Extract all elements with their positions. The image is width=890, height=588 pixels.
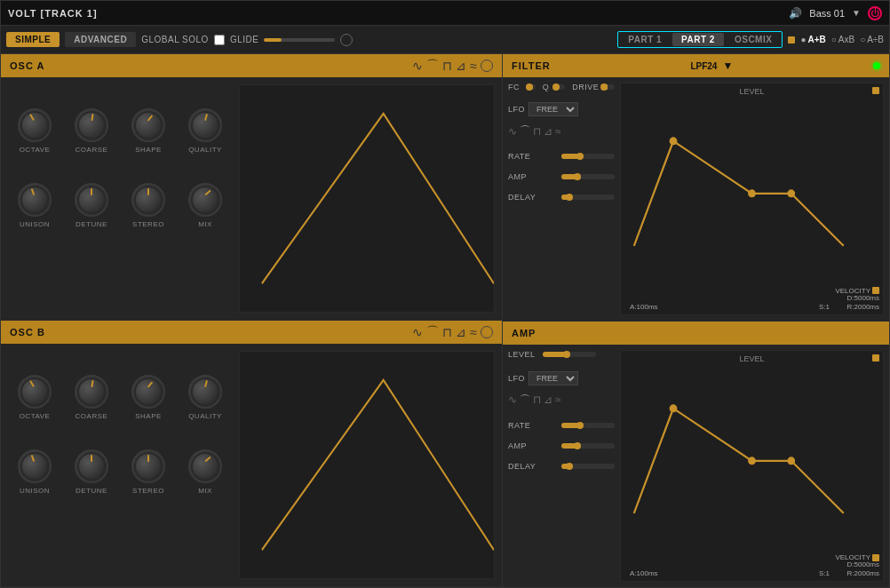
lfo-tri-shape-amp[interactable]: ⌒ — [520, 393, 530, 408]
oscmix-button[interactable]: OSCMIX — [726, 33, 781, 46]
title-bar-right: 🔊 Bass 01 ▼ — [789, 6, 882, 20]
osc-a-body: OCTAVE COARSE SHAPE — [1, 77, 502, 320]
lfo-saw-shape-filter[interactable]: ⊿ — [544, 125, 552, 138]
quality-knob-a[interactable] — [188, 108, 222, 142]
amp-env-attack: A:100ms — [630, 569, 658, 577]
filter-velocity-slider[interactable] — [872, 287, 879, 294]
dropdown-arrow-preset[interactable]: ▼ — [852, 8, 861, 18]
right-panel: FILTER LPF24 ▼ FC — [503, 54, 889, 587]
wave-sine-icon-b[interactable]: ∿ — [412, 325, 423, 339]
filter-type-selector[interactable]: LPF24 ▼ — [690, 60, 733, 72]
filter-env-release: R:2000ms — [847, 303, 879, 311]
octave-knob-b[interactable] — [18, 375, 52, 409]
filter-amp-row: AMP — [508, 168, 615, 186]
global-solo-checkbox[interactable] — [214, 35, 225, 45]
amp-title: AMP — [512, 328, 536, 338]
coarse-knob-b[interactable] — [75, 375, 108, 409]
detune-knob-b[interactable] — [75, 449, 108, 483]
filter-controls: FC Q DRIVE — [508, 83, 615, 315]
lfo-sine-shape-amp[interactable]: ∿ — [508, 393, 517, 406]
osc-b-header: OSC B ∿ ⌒ ⊓ ⊿ ≈ — [1, 321, 502, 344]
main-content: OSC A ∿ ⌒ ⊓ ⊿ ≈ — [1, 54, 889, 587]
wave-tri-icon[interactable]: ⌒ — [426, 58, 439, 74]
shape-knob-b[interactable] — [131, 375, 165, 409]
amp-amp-slider[interactable] — [561, 443, 615, 449]
stereo-knob-cell-a: STEREO — [122, 159, 175, 230]
amp-lfo-select[interactable]: FREE SYNC — [528, 371, 578, 385]
global-solo-label: GLOBAL SOLO — [141, 35, 209, 44]
drive-slider[interactable] — [606, 84, 615, 90]
lfo-tri-shape-filter[interactable]: ⌒ — [520, 123, 530, 139]
amp-velocity-slider[interactable] — [872, 554, 879, 561]
glide-slider[interactable] — [264, 38, 335, 42]
mix-aplusb[interactable]: ● A+B — [800, 35, 825, 44]
power-icon-toolbar[interactable] — [340, 34, 353, 46]
lfo-square-shape-amp[interactable]: ⊓ — [533, 393, 541, 406]
wave-saw-icon-b[interactable]: ⊿ — [456, 325, 466, 339]
wave-random-icon[interactable]: ≈ — [470, 59, 477, 73]
amp-level-slider-display[interactable] — [872, 354, 879, 362]
shape-knob-a[interactable] — [131, 108, 165, 142]
amp-rate-slider[interactable] — [561, 423, 615, 428]
filter-env-sustain: S:1 — [819, 303, 830, 311]
filter-dropdown-arrow[interactable]: ▼ — [722, 60, 733, 72]
wave-sine-icon[interactable]: ∿ — [412, 59, 423, 73]
wave-tri-icon-b[interactable]: ⌒ — [426, 324, 439, 340]
stereo-knob-a[interactable] — [131, 183, 165, 217]
filter-section: FILTER LPF24 ▼ FC — [503, 54, 889, 322]
wave-square-icon-b[interactable]: ⊓ — [442, 325, 452, 339]
q-slider[interactable] — [556, 84, 565, 90]
filter-level-slider[interactable] — [872, 87, 879, 94]
osc-b-body: OCTAVE COARSE SHAPE — [1, 344, 502, 586]
wave-saw-icon[interactable]: ⊿ — [456, 59, 466, 73]
filter-lfo-select[interactable]: FREE SYNC — [528, 102, 578, 116]
coarse-knob-a[interactable] — [75, 108, 108, 142]
osc-b-title: OSC B — [10, 327, 45, 338]
power-button-title[interactable] — [868, 6, 882, 20]
osc-b-power[interactable] — [481, 326, 493, 338]
shape-label-a: SHAPE — [135, 146, 162, 154]
unison-knob-a[interactable] — [18, 183, 52, 217]
detune-knob-a[interactable] — [75, 183, 108, 217]
amp-amp-row: AMP — [508, 437, 615, 455]
lfo-sine-shape-filter[interactable]: ∿ — [508, 125, 517, 138]
detune-label-a: DETUNE — [75, 220, 107, 228]
glide-label: GLIDE — [230, 35, 259, 44]
stereo-knob-b[interactable] — [131, 449, 165, 483]
filter-delay-slider[interactable] — [561, 195, 615, 200]
unison-knob-b[interactable] — [18, 449, 52, 483]
wave-random-icon-b[interactable]: ≈ — [470, 325, 477, 339]
filter-type-label: LPF24 — [690, 61, 717, 71]
simple-tab[interactable]: SIMPLE — [6, 32, 60, 47]
lfo-saw-shape-amp[interactable]: ⊿ — [544, 393, 552, 406]
mix-axb[interactable]: ○ AxB — [831, 35, 854, 44]
mix-adivb[interactable]: ○ A÷B — [860, 35, 884, 44]
osc-a-power[interactable] — [481, 60, 493, 72]
quality-knob-b[interactable] — [188, 375, 222, 409]
fc-label: FC — [508, 83, 520, 91]
fc-slider[interactable] — [527, 84, 536, 90]
advanced-tab[interactable]: ADVANCED — [65, 32, 136, 47]
amp-amp-label: AMP — [508, 441, 527, 450]
plugin-container: VOLT [TRACK 1] 🔊 Bass 01 ▼ SIMPLE ADVANC… — [0, 0, 890, 588]
mix-label-a: MIX — [198, 220, 212, 228]
lfo-square-shape-filter[interactable]: ⊓ — [533, 125, 541, 138]
amp-lfo-label: LFO — [508, 374, 525, 383]
amp-delay-slider[interactable] — [561, 464, 615, 469]
amp-velocity-row: VELOCITY — [835, 553, 879, 561]
lfo-random-shape-amp[interactable]: ≈ — [555, 393, 561, 406]
filter-rate-slider[interactable] — [561, 154, 615, 159]
mix-knob-a[interactable] — [188, 183, 222, 217]
detune-knob-cell-b: DETUNE — [65, 425, 118, 497]
amp-rate-label: RATE — [508, 421, 530, 430]
svg-point-0 — [670, 137, 678, 145]
q-label: Q — [543, 83, 550, 91]
part1-button[interactable]: PART 1 — [619, 33, 671, 46]
mix-knob-b[interactable] — [188, 449, 222, 483]
wave-square-icon[interactable]: ⊓ — [442, 59, 452, 73]
lfo-random-shape-filter[interactable]: ≈ — [555, 125, 561, 138]
octave-knob-a[interactable] — [18, 108, 52, 142]
amp-level-slider[interactable] — [543, 352, 596, 357]
filter-amp-slider[interactable] — [561, 174, 615, 179]
part2-button[interactable]: PART 2 — [672, 33, 724, 46]
